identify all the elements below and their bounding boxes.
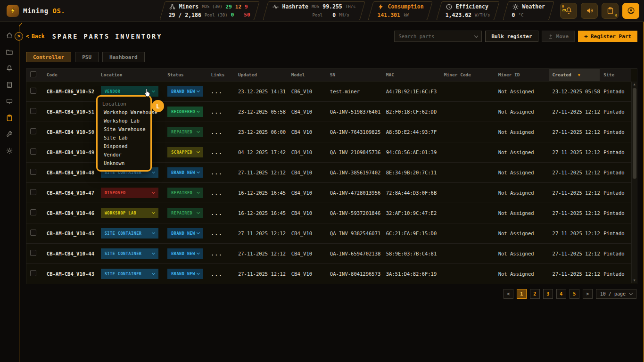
miners-warn-count: 12 — [235, 4, 241, 10]
row-actions-menu[interactable]: ... — [211, 170, 223, 175]
column-header-updated[interactable]: Updated — [234, 69, 288, 81]
sidebar-item-maintenance[interactable] — [3, 128, 16, 140]
status-select-scrapped[interactable]: SCRAPPED — [167, 147, 203, 157]
location-select-site-container[interactable]: SITE CONTAINER — [101, 228, 158, 239]
cell-links: ... — [207, 263, 234, 284]
back-link[interactable]: <Back — [26, 33, 45, 40]
search-parts-box[interactable] — [394, 31, 482, 42]
page-button-3[interactable]: 3 — [543, 289, 553, 299]
scroll-up-icon[interactable]: ▲ — [632, 82, 637, 87]
row-actions-menu[interactable]: ... — [211, 271, 223, 277]
tab-hashboard[interactable]: Hashboard — [102, 52, 145, 62]
dropdown-option-unknown[interactable]: Unknown — [98, 159, 150, 167]
tasks-button[interactable]: 0 — [602, 3, 619, 19]
row-checkbox[interactable] — [30, 230, 36, 236]
status-select-brand-new[interactable]: BRAND NEW — [167, 269, 203, 279]
row-checkbox[interactable] — [30, 189, 36, 195]
status-select-repaired[interactable]: REPAIRED — [167, 127, 203, 137]
row-checkbox[interactable] — [30, 108, 36, 114]
row-checkbox[interactable] — [30, 169, 36, 175]
select-all-checkbox[interactable] — [30, 71, 36, 77]
scrollbar-thumb[interactable] — [633, 88, 636, 179]
column-header-miner-id[interactable]: Miner ID — [495, 69, 549, 81]
dropdown-option-vendor[interactable]: Vendor — [98, 150, 150, 159]
row-checkbox[interactable] — [30, 88, 36, 94]
status-select-repaired[interactable]: REPAIRED — [167, 208, 203, 218]
row-actions-menu[interactable]: ... — [211, 149, 223, 155]
column-header-created[interactable]: Created▼ — [549, 69, 600, 81]
column-header-code[interactable]: Code — [43, 69, 97, 81]
row-actions-menu[interactable]: ... — [211, 129, 223, 135]
column-header-links[interactable]: Links — [207, 69, 234, 81]
table-scrollbar[interactable]: ▲ ▼ — [631, 82, 637, 283]
search-parts-input[interactable] — [398, 33, 472, 39]
row-actions-menu[interactable]: ... — [211, 109, 223, 115]
next-page-button[interactable]: > — [583, 289, 593, 299]
register-part-button[interactable]: +Register Part — [578, 31, 637, 42]
notifications-button[interactable]: 029 — [560, 3, 577, 19]
dropdown-option-disposed[interactable]: Disposed — [98, 142, 150, 150]
row-actions-menu[interactable]: ... — [211, 230, 223, 236]
account-button[interactable] — [622, 3, 639, 19]
column-header-site[interactable]: Site — [600, 69, 631, 81]
location-select-site-container[interactable]: SITE CONTAINER — [101, 248, 158, 259]
sidebar-item-folders[interactable] — [3, 46, 16, 58]
tab-controller[interactable]: Controller — [26, 52, 71, 62]
sidebar-item-reports[interactable] — [3, 79, 16, 91]
bulk-register-button[interactable]: Bulk register — [485, 31, 538, 42]
status-select-brand-new[interactable]: BRAND NEW — [167, 86, 203, 97]
status-select-brand-new[interactable]: BRAND NEW — [167, 228, 203, 239]
sort-desc-icon[interactable]: ▼ — [578, 73, 580, 77]
column-header-mac[interactable]: MAC — [382, 69, 440, 81]
dropdown-option-site-lab[interactable]: Site Lab — [98, 133, 150, 142]
move-button[interactable]: Move — [542, 31, 575, 42]
sidebar-item-home[interactable] — [3, 29, 16, 41]
location-select-disposed[interactable]: DISPOSED — [101, 188, 158, 198]
dropdown-option-site-warehouse[interactable]: Site Warehouse — [98, 125, 150, 133]
chevron-down-icon — [152, 251, 155, 255]
location-select-site-container[interactable]: SITE CONTAINER — [101, 269, 158, 279]
cell-code: CB-AM-CB4_V10-50 — [43, 122, 97, 142]
dropdown-option-workshop-warehouse[interactable]: Workshop Warehouse — [98, 108, 150, 116]
page-size-select[interactable]: 10 / page — [596, 289, 636, 299]
status-select-brand-new[interactable]: BRAND NEW — [167, 248, 203, 259]
cell-select — [26, 162, 43, 182]
sidebar-item-spare-parts[interactable] — [3, 112, 16, 124]
row-actions-menu[interactable]: ... — [211, 210, 223, 216]
sound-button[interactable] — [581, 3, 598, 19]
dropdown-option-workshop-lab[interactable]: Workshop Lab — [98, 116, 150, 125]
row-checkbox[interactable] — [30, 250, 36, 256]
location-select-workshop-lab[interactable]: WORKSHOP LAB — [101, 208, 158, 218]
cell-mac: 94:C8:56:AE:01:39 — [382, 142, 440, 162]
sidebar-item-alerts[interactable] — [3, 62, 16, 74]
row-checkbox[interactable] — [30, 148, 36, 155]
status-select-repaired[interactable]: REPAIRED — [167, 188, 203, 198]
cell-model: CB6_V10 — [288, 81, 326, 101]
sidebar-item-settings[interactable] — [3, 145, 16, 157]
page-button-4[interactable]: 4 — [556, 289, 566, 299]
status-select-recovered[interactable]: RECOVERED — [167, 107, 203, 117]
page-button-5[interactable]: 5 — [570, 289, 579, 299]
column-header-sn[interactable]: SN — [326, 69, 382, 81]
column-header-miner-code[interactable]: Miner Code — [440, 69, 495, 81]
column-label: Miner ID — [498, 72, 520, 77]
hashrate-pool-value: 0 — [332, 12, 336, 18]
sidebar-collapse-button[interactable]: > — [15, 32, 23, 41]
row-actions-menu[interactable]: ... — [211, 251, 223, 256]
tab-psu[interactable]: PSU — [75, 52, 99, 62]
sidebar-item-monitoring[interactable] — [3, 95, 16, 107]
row-checkbox[interactable] — [30, 209, 36, 215]
page-button-2[interactable]: 2 — [530, 289, 540, 299]
cell-model: CB4_V10 — [288, 122, 326, 142]
column-header-location[interactable]: Location — [97, 69, 164, 81]
page-button-1[interactable]: 1 — [517, 289, 527, 299]
scroll-down-icon[interactable]: ▼ — [632, 278, 637, 283]
status-select-brand-new[interactable]: BRAND NEW — [167, 167, 203, 178]
column-header-status[interactable]: Status — [164, 69, 207, 81]
row-checkbox[interactable] — [30, 270, 36, 276]
prev-page-button[interactable]: < — [504, 289, 513, 299]
row-actions-menu[interactable]: ... — [211, 190, 223, 196]
row-checkbox[interactable] — [30, 128, 36, 134]
column-header-model[interactable]: Model — [288, 69, 326, 81]
row-actions-menu[interactable]: ... — [211, 89, 223, 94]
